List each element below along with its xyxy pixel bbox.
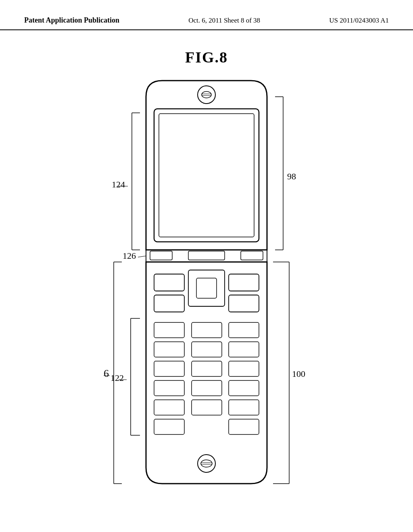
patent-number: US 2011/0243003 A1 (329, 17, 389, 25)
figure-title: FIG.8 (185, 48, 228, 66)
svg-rect-5 (159, 114, 254, 237)
svg-point-33 (198, 455, 215, 472)
page-header: Patent Application Publication Oct. 6, 2… (0, 16, 413, 30)
svg-rect-21 (229, 342, 259, 357)
svg-rect-20 (192, 342, 222, 357)
svg-rect-12 (196, 278, 217, 298)
svg-text:126: 126 (123, 251, 136, 261)
svg-rect-10 (154, 274, 184, 291)
svg-text:6: 6 (104, 368, 109, 379)
svg-rect-7 (150, 251, 172, 260)
svg-rect-8 (241, 251, 263, 260)
svg-rect-22 (154, 361, 184, 376)
svg-rect-15 (229, 295, 259, 312)
svg-text:98: 98 (287, 171, 296, 181)
svg-text:122: 122 (111, 373, 124, 383)
svg-rect-29 (192, 400, 222, 415)
svg-rect-18 (229, 322, 259, 338)
svg-text:100: 100 (292, 369, 305, 379)
phone-diagram: 98 124 126 6 122 100 (65, 73, 348, 508)
svg-rect-4 (154, 109, 259, 242)
svg-rect-13 (229, 274, 259, 291)
svg-rect-11 (188, 270, 225, 306)
svg-rect-26 (192, 380, 222, 396)
drawing-area: 98 124 126 6 122 100 (65, 73, 348, 508)
svg-point-1 (202, 91, 211, 98)
svg-rect-14 (154, 295, 184, 312)
svg-rect-27 (229, 380, 259, 396)
svg-point-34 (201, 460, 212, 467)
svg-rect-25 (154, 380, 184, 396)
svg-rect-31 (154, 419, 184, 434)
date-sheet: Oct. 6, 2011 Sheet 8 of 38 (188, 17, 260, 25)
publication-title: Patent Application Publication (24, 16, 119, 25)
svg-rect-28 (154, 400, 184, 415)
svg-rect-16 (154, 322, 184, 338)
svg-rect-17 (192, 322, 222, 338)
svg-rect-9 (188, 251, 225, 260)
svg-rect-24 (229, 361, 259, 376)
svg-point-0 (198, 86, 215, 104)
svg-rect-32 (229, 419, 259, 434)
svg-text:124: 124 (112, 179, 125, 189)
svg-line-47 (138, 256, 146, 257)
svg-rect-23 (192, 361, 222, 376)
svg-rect-19 (154, 342, 184, 357)
svg-rect-30 (229, 400, 259, 415)
